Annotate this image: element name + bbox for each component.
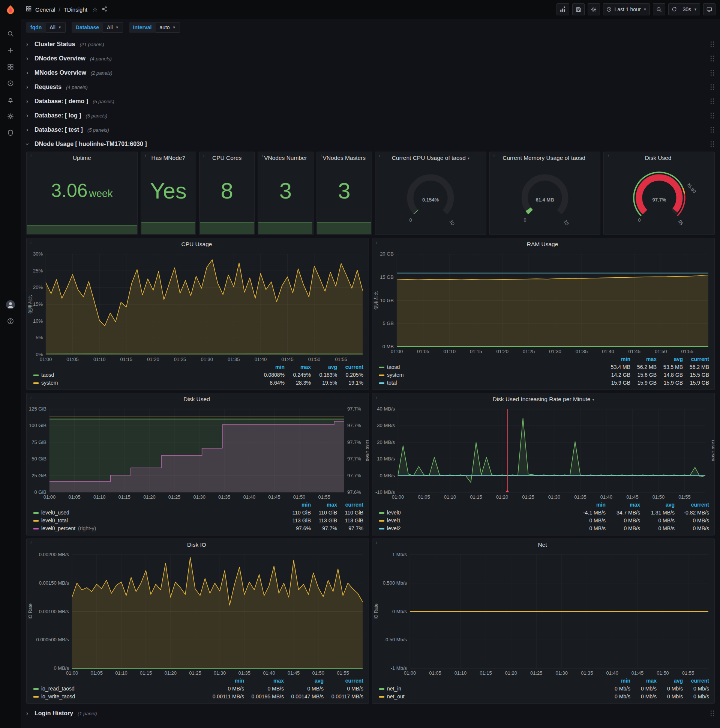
row-login-history[interactable]: ›Login History(1 panel) [26,707,715,720]
legend-sort-min[interactable]: min [604,678,630,684]
drag-handle-icon[interactable] [710,710,715,717]
panel-title[interactable]: Current CPU Usage of taosd▾ [375,152,486,164]
legend-series-level0_total[interactable]: level0_total [34,517,285,524]
refresh-interval-dropdown[interactable]: 30s ▼ [680,3,700,15]
save-dashboard-button[interactable] [572,3,585,15]
star-icon[interactable]: ☆ [92,6,98,13]
time-picker-button[interactable]: Last 1 hour ▼ [603,3,650,15]
add-panel-button[interactable] [557,3,569,15]
drag-handle-icon[interactable] [710,84,715,90]
drag-handle-icon[interactable] [710,127,715,133]
drag-handle-icon[interactable] [710,98,715,105]
legend-series-io_read_taosd[interactable]: io_read_taosd [34,685,204,692]
panel-info-icon[interactable]: i [374,540,380,545]
row-database-demo[interactable]: ›Database: [ demo ](5 panels) [26,95,715,108]
panel-title[interactable]: Disk Used [604,152,714,164]
panel-title[interactable]: Disk Used [27,393,369,405]
panel-title[interactable]: CPU Cores [200,152,254,164]
legend-sort-min[interactable]: min [204,678,244,684]
legend-series-system[interactable]: system [379,372,604,379]
drag-handle-icon[interactable] [710,112,715,119]
breadcrumb-section[interactable]: General [35,6,55,13]
legend-sort-avg[interactable]: avg [657,678,683,684]
help-icon[interactable] [3,314,18,329]
legend-sort-current[interactable]: current [337,364,363,371]
dashboard-settings-button[interactable] [587,3,600,15]
legend-sort-avg[interactable]: avg [284,678,323,684]
row-database-log[interactable]: ›Database: [ log ](5 panels) [26,109,715,122]
legend-series-level0_used[interactable]: level0_used [34,509,285,516]
legend-series-level1[interactable]: level1 [379,517,571,524]
panel-title[interactable]: RAM Usage [372,238,714,250]
panel-title[interactable]: VNodes Masters [317,152,372,164]
legend-sort-min[interactable]: min [604,356,630,363]
legend-sort-avg[interactable]: avg [657,356,683,363]
variable-database[interactable]: Database All▼ [72,22,123,33]
breadcrumb-dashboard-title[interactable]: TDinsight [64,6,87,13]
drag-handle-icon[interactable] [710,41,715,47]
search-icon[interactable] [3,26,18,41]
configuration-gear-icon[interactable] [3,109,18,124]
panel-title[interactable]: VNodes Number [258,152,313,164]
legend-series-net_out[interactable]: net_out [379,693,604,700]
dashboards-icon[interactable] [3,59,18,74]
variable-fqdn[interactable]: fqdn All▼ [26,22,66,33]
drag-handle-icon[interactable] [710,55,715,62]
panel-info-icon[interactable]: i [377,153,383,158]
panel-info-icon[interactable]: i [491,153,497,158]
panel-title[interactable]: Current Memory Usage of taosd [490,152,600,164]
legend-sort-current[interactable]: current [675,501,709,508]
variable-interval[interactable]: Interval auto▼ [129,22,180,33]
legend-sort-avg[interactable]: avg [311,364,337,371]
legend-series-level2[interactable]: level2 [379,525,571,532]
panel-info-icon[interactable]: i [374,394,380,400]
zoom-out-button[interactable] [653,3,665,15]
panel-info-icon[interactable]: i [318,153,324,158]
row-requests[interactable]: ›Requests(4 panels) [26,80,715,94]
panel-info-icon[interactable]: i [259,153,265,158]
user-avatar[interactable] [3,297,18,312]
legend-sort-max[interactable]: max [630,356,657,363]
legend-series-total[interactable]: total [379,379,604,387]
legend-sort-min[interactable]: min [285,501,311,508]
explore-compass-icon[interactable] [3,76,18,91]
legend-sort-current[interactable]: current [683,678,709,684]
legend-sort-max[interactable]: max [285,364,311,371]
legend-sort-current[interactable]: current [337,501,363,508]
panel-title[interactable]: Uptime [27,152,137,164]
legend-sort-current[interactable]: current [323,678,363,684]
row-database-test[interactable]: ›Database: [ test ](5 panels) [26,123,715,136]
legend-series-level0_percent[interactable]: level0_percent(right-y) [34,525,285,532]
panel-title[interactable]: Disk Used Increasing Rate per Minute▾ [372,393,714,405]
legend-series-io_write_taosd[interactable]: io_write_taosd [34,693,204,700]
panel-info-icon[interactable]: i [28,239,34,245]
tv-mode-button[interactable] [703,3,715,15]
legend-sort-avg[interactable]: avg [640,501,675,508]
legend-sort-max[interactable]: max [244,678,284,684]
panel-title[interactable]: Has MNode? [141,152,196,164]
legend-sort-max[interactable]: max [606,501,640,508]
panel-info-icon[interactable]: i [142,153,148,158]
alerting-bell-icon[interactable] [3,92,18,107]
panel-info-icon[interactable]: i [28,394,34,400]
panel-info-icon[interactable]: i [28,153,34,158]
server-admin-shield-icon[interactable] [3,125,18,140]
create-plus-icon[interactable] [3,43,18,58]
share-icon[interactable] [102,6,108,13]
legend-series-system[interactable]: system [34,379,258,387]
legend-sort-max[interactable]: max [630,678,657,684]
panel-info-icon[interactable]: i [374,239,380,245]
panel-title[interactable]: CPU Usage [27,238,369,250]
legend-sort-min[interactable]: min [571,501,606,508]
legend-sort-max[interactable]: max [311,501,337,508]
drag-handle-icon[interactable] [710,69,715,76]
legend-sort-min[interactable]: min [258,364,285,371]
refresh-button[interactable] [668,3,680,15]
legend-series-level0[interactable]: level0 [379,509,571,516]
panel-title[interactable]: Disk IO [27,539,369,551]
legend-series-net_in[interactable]: net_in [379,685,604,692]
row-dnodes-overview[interactable]: ›DNodes Overview(4 panels) [26,52,715,65]
legend-series-taosd[interactable]: taosd [379,364,604,371]
legend-sort-current[interactable]: current [683,356,709,363]
legend-series-taosd[interactable]: taosd [34,372,258,379]
